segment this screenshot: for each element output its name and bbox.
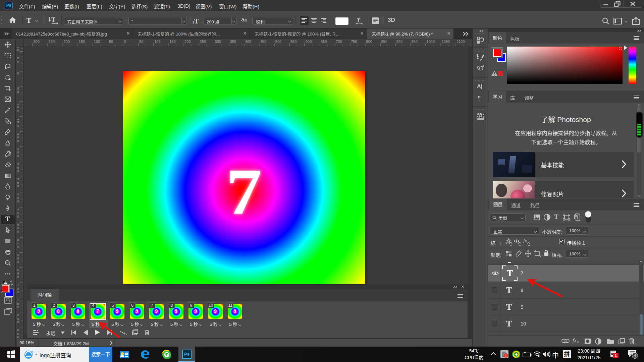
svg-text:T: T (194, 18, 199, 24)
svg-text:T: T (357, 17, 360, 23)
svg-text:T: T (51, 16, 55, 23)
